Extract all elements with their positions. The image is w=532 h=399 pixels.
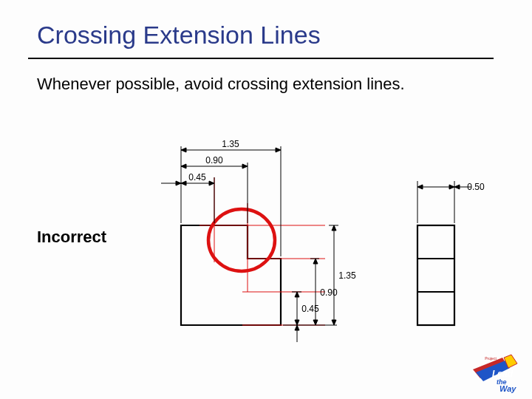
svg-marker-20 — [276, 148, 281, 152]
red-extension-lines — [200, 177, 325, 325]
svg-marker-25 — [295, 325, 299, 330]
label-incorrect: Incorrect — [37, 228, 106, 247]
svg-marker-28 — [313, 320, 318, 325]
svg-marker-12 — [209, 181, 214, 185]
svg-text:Way: Way — [499, 384, 516, 393]
dim-v2: 0.90 — [320, 287, 338, 298]
dim-verticals — [283, 225, 338, 342]
dim-side-label: 0.50 — [467, 182, 485, 192]
dim-v1: 1.35 — [338, 270, 356, 281]
dim-v3: 0.45 — [301, 304, 319, 314]
svg-marker-30 — [332, 225, 336, 231]
highlight-circle — [208, 209, 275, 271]
svg-rect-36 — [417, 225, 454, 325]
svg-marker-31 — [332, 320, 336, 325]
svg-text:Lead: Lead — [492, 369, 514, 379]
svg-text:Project: Project — [485, 356, 497, 361]
side-view — [417, 225, 454, 325]
svg-marker-27 — [313, 259, 318, 264]
pltw-logo: Project Lead the Way — [470, 353, 522, 393]
svg-marker-17 — [242, 164, 248, 168]
dim-side — [417, 181, 471, 223]
svg-marker-16 — [181, 164, 186, 168]
dim-h2: 0.90 — [205, 155, 223, 166]
dim-h1: 1.35 — [222, 139, 239, 149]
svg-marker-22 — [295, 292, 299, 297]
svg-marker-42 — [417, 185, 423, 189]
slide-title: Crossing Extension Lines — [37, 21, 321, 50]
dim-h3: 0.45 — [188, 172, 206, 183]
front-view — [181, 225, 281, 325]
svg-marker-14 — [176, 181, 181, 185]
title-underline — [28, 58, 494, 59]
body-text: Whenever possible, avoid crossing extens… — [37, 74, 405, 95]
svg-marker-45 — [454, 185, 460, 189]
svg-marker-19 — [181, 148, 186, 152]
drawing-stage: 1.35 0.90 0.45 1.35 0.90 0.45 — [126, 137, 510, 358]
